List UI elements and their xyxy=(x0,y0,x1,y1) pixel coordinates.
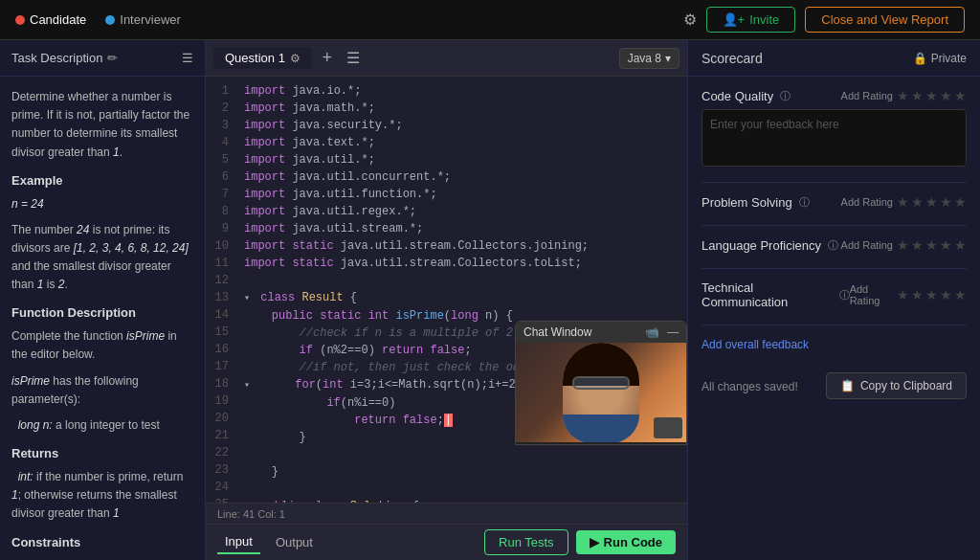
copy-to-clipboard-button[interactable]: 📋 Copy to Clipboard xyxy=(826,372,967,399)
interviewer-label: Interviewer xyxy=(105,12,181,27)
info-icon-problem-solving[interactable]: ⓘ xyxy=(799,195,810,210)
play-icon: ▶ xyxy=(590,535,599,549)
scorecard-panel: Scorecard 🔒 Private Code Quality ⓘ Add R… xyxy=(688,40,980,560)
divider-3 xyxy=(702,268,967,269)
add-overall-feedback-link[interactable]: Add overall feedback xyxy=(702,338,809,351)
candidate-dot xyxy=(15,15,25,25)
code-quality-feedback[interactable]: Enter your feedback here xyxy=(702,109,967,167)
info-icon-technical[interactable]: ⓘ xyxy=(839,288,850,302)
editor-panel: Question 1 ⚙ + ☰ Java 8 ▾ 12345 678910 1… xyxy=(206,40,688,560)
menu-icon[interactable]: ☰ xyxy=(182,51,193,65)
chat-icons: 📹 — xyxy=(645,325,679,339)
invite-button[interactable]: 👤+ Invite xyxy=(706,7,796,33)
task-header: Task Description ✏ ☰ xyxy=(0,40,205,77)
stars-technical[interactable]: ★ ★ ★ ★ ★ xyxy=(897,287,967,302)
add-rating-technical[interactable]: Add Rating ★ ★ ★ ★ ★ xyxy=(850,283,967,306)
technical-communication-section: Technical Communication ⓘ Add Rating ★ ★… xyxy=(702,280,967,309)
code-quality-label-row: Code Quality ⓘ Add Rating ★ ★ ★ ★ ★ xyxy=(702,88,967,103)
task-title: Task Description ✏ xyxy=(11,51,118,65)
run-code-button[interactable]: ▶ Run Code xyxy=(576,530,676,554)
edit-icon[interactable]: ✏ xyxy=(107,51,118,65)
scorecard-title: Scorecard xyxy=(702,51,763,66)
scorecard-body: Code Quality ⓘ Add Rating ★ ★ ★ ★ ★ xyxy=(688,77,980,560)
divider-2 xyxy=(702,225,967,226)
add-rating-code-quality[interactable]: Add Rating ★ ★ ★ ★ ★ xyxy=(841,88,967,103)
question-tab[interactable]: Question 1 ⚙ xyxy=(213,47,312,69)
clipboard-icon: 📋 xyxy=(840,379,855,392)
chat-body xyxy=(516,343,686,442)
add-tab-button[interactable]: + xyxy=(316,47,339,70)
private-badge: 🔒 Private xyxy=(913,52,967,65)
avatar xyxy=(563,343,639,442)
video-icon[interactable]: 📹 xyxy=(645,325,659,339)
divider-4 xyxy=(702,325,967,325)
user-plus-icon: 👤+ xyxy=(723,12,746,27)
language-selector[interactable]: Java 8 ▾ xyxy=(619,48,679,69)
chat-header: Chat Window 📹 — xyxy=(516,322,686,343)
chat-title: Chat Window xyxy=(523,325,591,339)
avatar-glasses xyxy=(572,376,630,390)
saved-status: All changes saved! xyxy=(702,380,798,393)
language-proficiency-name: Language Proficiency ⓘ xyxy=(702,238,838,253)
task-panel: Task Description ✏ ☰ Determine whether a… xyxy=(0,40,206,560)
avatar-clothing xyxy=(563,414,639,443)
scorecard-header: Scorecard 🔒 Private xyxy=(688,40,980,77)
problem-solving-label-row: Problem Solving ⓘ Add Rating ★ ★ ★ ★ ★ xyxy=(702,194,967,210)
topbar-left: Candidate Interviewer xyxy=(15,12,181,27)
topbar: Candidate Interviewer ⚙ 👤+ Invite Close … xyxy=(0,0,980,40)
minimize-icon[interactable]: — xyxy=(667,325,679,339)
topbar-right: ⚙ 👤+ Invite Close and View Report xyxy=(683,7,965,33)
info-icon-language[interactable]: ⓘ xyxy=(828,238,838,253)
settings-icon[interactable]: ⚙ xyxy=(683,11,697,29)
main-layout: Task Description ✏ ☰ Determine whether a… xyxy=(0,40,980,560)
stars-code-quality[interactable]: ★ ★ ★ ★ ★ xyxy=(897,88,967,103)
technical-communication-label-row: Technical Communication ⓘ Add Rating ★ ★… xyxy=(702,280,967,309)
output-tab[interactable]: Output xyxy=(268,531,321,553)
code-area[interactable]: 12345 678910 1112131415 1617181920 21222… xyxy=(206,77,687,503)
problem-solving-name: Problem Solving ⓘ xyxy=(702,195,810,210)
problem-solving-section: Problem Solving ⓘ Add Rating ★ ★ ★ ★ ★ xyxy=(702,194,967,210)
run-bar: Input Output Run Tests ▶ Run Code xyxy=(206,524,687,560)
language-proficiency-section: Language Proficiency ⓘ Add Rating ★ ★ ★ … xyxy=(702,237,967,253)
self-thumbnail xyxy=(654,417,682,438)
code-quality-section: Code Quality ⓘ Add Rating ★ ★ ★ ★ ★ xyxy=(702,88,967,167)
input-tab[interactable]: Input xyxy=(217,530,260,554)
editor-menu-icon[interactable]: ☰ xyxy=(346,49,360,67)
candidate-label: Candidate xyxy=(15,12,86,27)
editor-tabs: Question 1 ⚙ + ☰ Java 8 ▾ xyxy=(206,40,687,77)
add-rating-problem-solving[interactable]: Add Rating ★ ★ ★ ★ ★ xyxy=(841,194,967,210)
lock-icon: 🔒 xyxy=(913,52,927,65)
chat-window: Chat Window 📹 — xyxy=(515,321,687,445)
task-content: Determine whether a number is prime. If … xyxy=(0,77,205,560)
stars-language[interactable]: ★ ★ ★ ★ ★ xyxy=(897,237,967,253)
info-icon-code-quality[interactable]: ⓘ xyxy=(780,89,791,103)
run-tests-button[interactable]: Run Tests xyxy=(484,529,568,555)
interviewer-dot xyxy=(105,15,115,25)
tab-settings-icon[interactable]: ⚙ xyxy=(290,52,301,65)
add-rating-language[interactable]: Add Rating ★ ★ ★ ★ ★ xyxy=(841,237,967,253)
line-numbers: 12345 678910 1112131415 1617181920 21222… xyxy=(206,77,236,503)
chevron-down-icon: ▾ xyxy=(665,52,671,65)
status-bar: Line: 41 Col: 1 xyxy=(206,503,687,524)
close-report-button[interactable]: Close and View Report xyxy=(805,7,965,33)
language-proficiency-label-row: Language Proficiency ⓘ Add Rating ★ ★ ★ … xyxy=(702,237,967,253)
code-quality-name: Code Quality ⓘ xyxy=(702,89,791,103)
divider-1 xyxy=(702,182,967,183)
technical-communication-name: Technical Communication ⓘ xyxy=(702,280,850,309)
stars-problem-solving[interactable]: ★ ★ ★ ★ ★ xyxy=(897,194,967,210)
